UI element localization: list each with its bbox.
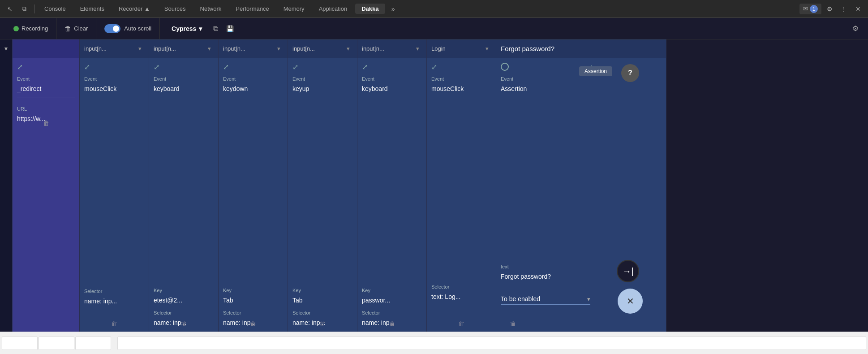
chevron-down-icon: ▾: [199, 25, 202, 32]
framework-btn[interactable]: Cypress ▾: [165, 22, 208, 35]
col-keyboard-1-chevron[interactable]: ▾: [205, 44, 214, 53]
delete-icon-3[interactable]: 🗑: [180, 320, 187, 327]
clear-label: Clear: [74, 25, 88, 32]
save-btn[interactable]: 💾: [223, 22, 237, 36]
collapse-arrow[interactable]: ▼: [0, 39, 13, 332]
top-nav: ↖ ⧉ Console Elements Recorder ▲ Sources …: [0, 0, 868, 18]
close-btn[interactable]: ✕: [618, 289, 643, 314]
message-icon: ✉: [803, 5, 808, 12]
recording-label: Recording: [21, 25, 48, 32]
delete-icon-8[interactable]: 🗑: [510, 320, 516, 327]
col-login-header: Login ▾: [427, 39, 496, 58]
col-keydown-chevron[interactable]: ▾: [274, 44, 283, 53]
autoscroll-toggle[interactable]: [104, 24, 120, 33]
recording-btn[interactable]: Recording: [5, 18, 56, 39]
delete-icon-6[interactable]: 🗑: [389, 320, 395, 327]
key-val-4: Tab: [223, 297, 283, 304]
message-badge-btn[interactable]: ✉ 1: [799, 4, 821, 14]
help-btn[interactable]: ?: [621, 64, 639, 82]
expand-icon[interactable]: ⤢: [17, 63, 23, 71]
selector-label-4: Selector: [223, 310, 283, 315]
delete-icon-2[interactable]: 🗑: [111, 320, 117, 327]
key-label-6: Key: [362, 288, 422, 293]
event-label-3: Event: [154, 76, 214, 82]
selector-label-7: Selector: [431, 284, 491, 289]
next-btn[interactable]: →|: [617, 260, 639, 282]
delete-icon-1[interactable]: 🗑: [43, 120, 49, 127]
col-keyboard-2-card: ⤢ Event keyboard Key passwor... Selector…: [357, 58, 426, 332]
col-login-card: ⤢ Event mouseClick Selector text: Log...…: [427, 58, 496, 332]
expand-icon-5[interactable]: ⤢: [292, 63, 298, 71]
tab-sources[interactable]: Sources: [158, 4, 192, 14]
tab-recorder[interactable]: Recorder ▲: [112, 4, 156, 14]
event-label-1: Event: [17, 76, 75, 82]
split-icon[interactable]: ⧉: [18, 3, 30, 15]
delete-icon-4[interactable]: 🗑: [250, 320, 256, 327]
tab-elements[interactable]: Elements: [74, 4, 111, 14]
event-label-2: Event: [84, 76, 144, 82]
delete-icon-7[interactable]: 🗑: [458, 320, 464, 327]
badge-count: 1: [810, 5, 818, 13]
tab-performance[interactable]: Performance: [229, 4, 275, 14]
event-label-6: Event: [362, 76, 422, 82]
scrollbar-area: [0, 332, 868, 354]
expand-icon-4[interactable]: ⤢: [223, 63, 229, 71]
autoscroll-btn[interactable]: Auto scroll: [96, 18, 160, 39]
more-tabs-btn[interactable]: »: [387, 3, 400, 15]
col-keyup-chevron[interactable]: ▾: [344, 44, 352, 53]
scroll-seg-2: [39, 337, 74, 350]
col-keyboard-2-chevron[interactable]: ▾: [413, 44, 422, 53]
key-label-4: Key: [223, 288, 283, 293]
expand-icon-7[interactable]: ⤢: [431, 63, 437, 71]
col-mouseclick-header-text: input[n...: [84, 45, 135, 52]
expand-icon-6[interactable]: ⤢: [362, 63, 368, 71]
main-area: ▼ ⤢ Event _redirect URL https://w... 🗑 i…: [0, 39, 868, 332]
url-label-1: URL: [17, 106, 75, 112]
autoscroll-label: Auto scroll: [124, 25, 151, 32]
selector-val-2: name: inp...: [84, 298, 144, 305]
delete-icon-5[interactable]: 🗑: [319, 320, 326, 327]
nav-divider: [34, 4, 34, 13]
dropdown-arrow: ▾: [587, 296, 590, 302]
trash-icon: 🗑: [64, 25, 71, 32]
tab-application[interactable]: Application: [313, 4, 354, 14]
col-assertion-card: + Event Assertion text Forgot password? …: [496, 58, 666, 332]
event-label-4: Event: [223, 76, 283, 82]
tab-network[interactable]: Network: [194, 4, 228, 14]
event-label-5: Event: [292, 76, 352, 82]
col-assertion-header-text: Forgot password?: [501, 45, 662, 52]
divider-1: [17, 98, 75, 98]
assertion-badge: Assertion: [579, 66, 612, 76]
key-label-3: Key: [154, 288, 214, 293]
event-type-4: keydown: [223, 85, 283, 92]
event-type-1: _redirect: [17, 85, 75, 92]
scroll-seg-4[interactable]: [117, 337, 866, 350]
close-icon[interactable]: ✕: [852, 3, 864, 15]
col-keyboard-2-header: input[n... ▾: [357, 39, 426, 58]
col-redirect-header: [13, 39, 79, 58]
col-mouseclick-chevron[interactable]: ▾: [135, 44, 144, 53]
selector-label-5: Selector: [292, 310, 352, 315]
selector-label-3: Selector: [154, 310, 214, 315]
key-label-5: Key: [292, 288, 352, 293]
cursor-icon[interactable]: ↖: [4, 3, 16, 15]
tab-console[interactable]: Console: [38, 4, 72, 14]
assertion-dropdown[interactable]: To be enabled ▾: [501, 295, 590, 305]
expand-icon-2[interactable]: ⤢: [84, 63, 90, 71]
event-type-8: Assertion: [501, 85, 662, 92]
selector-label-6: Selector: [362, 310, 422, 315]
tab-memory[interactable]: Memory: [277, 4, 311, 14]
kebab-icon[interactable]: ⋮: [838, 3, 850, 15]
event-type-7: mouseClick: [431, 85, 491, 92]
col-login-chevron[interactable]: ▾: [482, 44, 491, 53]
copy-btn[interactable]: ⧉: [208, 22, 223, 36]
event-type-6: keyboard: [362, 85, 422, 92]
clear-btn[interactable]: 🗑 Clear: [56, 18, 96, 39]
toolbar-settings-icon[interactable]: ⚙: [848, 22, 863, 36]
settings-icon[interactable]: ⚙: [823, 3, 836, 15]
expand-icon-3[interactable]: ⤢: [154, 63, 159, 71]
col-login-header-text: Login: [431, 45, 482, 52]
tab-dakka[interactable]: Dakka: [355, 4, 385, 14]
circle-icon: [501, 63, 509, 71]
col-keyboard-2: input[n... ▾ ⤢ Event keyboard Key passwo…: [357, 39, 427, 332]
